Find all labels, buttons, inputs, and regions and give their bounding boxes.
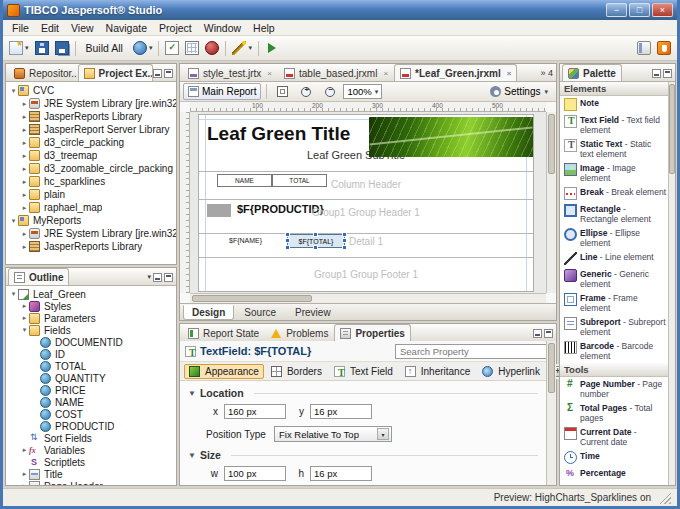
selection-handle[interactable] [285, 238, 290, 243]
subtab-hyperlink[interactable]: Hyperlink [477, 364, 545, 379]
mode-tab-preview[interactable]: Preview [286, 305, 340, 320]
tree-item[interactable]: ▸JasperReport Server Library [6, 123, 176, 136]
expand-closed-icon[interactable]: ▸ [20, 139, 29, 147]
y-input[interactable] [310, 404, 372, 419]
tree-item[interactable]: ▾Leaf_Green [6, 288, 176, 300]
subtab-text-field[interactable]: Text Field [329, 364, 398, 379]
palette-item-subreport[interactable]: Subreport - Subreport element [560, 315, 668, 339]
expand-closed-icon[interactable]: ▸ [20, 314, 29, 322]
palette-item-image[interactable]: Image - Image element [560, 161, 668, 185]
palette-item-break[interactable]: Break - Break element [560, 185, 668, 202]
editor-tab-overflow[interactable]: » 4 [540, 68, 553, 78]
leaf-image-element[interactable] [369, 117, 533, 157]
band-separator[interactable] [199, 257, 533, 258]
tree-item[interactable]: ▸Styles [6, 300, 176, 312]
expand-closed-icon[interactable]: ▸ [20, 470, 29, 478]
main-report-button[interactable]: Main Report [183, 83, 261, 100]
tree-item[interactable]: ▸d3_circle_packing [6, 136, 176, 149]
tree-item[interactable]: ▸Page Header [6, 480, 176, 485]
tab-style-test-jrtx[interactable]: style_test.jrtx× [182, 64, 278, 81]
expand-open-icon[interactable]: ▾ [9, 290, 18, 298]
palette-item-rectangle[interactable]: Rectangle - Rectangle element [560, 202, 668, 226]
palette-item-page-number[interactable]: Page Number - Page number [560, 377, 668, 401]
tree-item[interactable]: PRODUCTID [6, 420, 176, 432]
tab-palette[interactable]: Palette [562, 64, 622, 81]
scrollbar-thumb[interactable] [548, 343, 555, 393]
menu-navigate[interactable]: Navigate [100, 21, 153, 35]
scrollbar-thumb[interactable] [548, 114, 555, 174]
jaspersoft-perspective-button[interactable] [654, 38, 674, 58]
palette-item-percentage[interactable]: Percentage [560, 466, 668, 483]
close-button[interactable]: × [652, 3, 673, 17]
palette-item-frame[interactable]: Frame - Frame element [560, 291, 668, 315]
tree-item[interactable]: ▸d3_treemap [6, 149, 176, 162]
menu-edit[interactable]: Edit [35, 21, 65, 35]
new-report-wizard-button[interactable]: ▾ [6, 38, 32, 58]
resize-grip[interactable] [659, 492, 671, 504]
expand-closed-icon[interactable]: ▸ [20, 243, 29, 251]
design-canvas[interactable]: Leaf Green Title Leaf Green SubTitle NAM… [190, 112, 546, 293]
palette-section-tools[interactable]: Tools [560, 363, 668, 377]
scrollbar-thumb[interactable] [192, 295, 312, 302]
tab-properties[interactable]: Properties [334, 324, 410, 341]
close-tab-icon[interactable]: × [267, 69, 272, 78]
selection-handle[interactable] [342, 232, 347, 237]
palette-item-current-date[interactable]: Current Date - Current date [560, 425, 668, 449]
menu-file[interactable]: File [6, 21, 35, 35]
tab-project-ex[interactable]: Project Ex... [78, 64, 153, 81]
maximize-view-icon[interactable] [544, 329, 553, 338]
maximize-view-icon[interactable] [663, 69, 672, 78]
tab-outline[interactable]: Outline [8, 268, 69, 285]
band-separator[interactable] [199, 171, 533, 172]
tree-item[interactable]: ID [6, 348, 176, 360]
tree-item[interactable]: NAME [6, 396, 176, 408]
palette-item-static-text[interactable]: Static Text - Static text element [560, 137, 668, 161]
expand-open-icon[interactable]: ▾ [20, 326, 29, 334]
expand-closed-icon[interactable]: ▸ [20, 152, 29, 160]
expand-open-icon[interactable]: ▾ [9, 217, 18, 225]
selection-handle[interactable] [342, 245, 347, 250]
selection-handle[interactable] [285, 232, 290, 237]
subtab-inheritance[interactable]: Inheritance [400, 364, 475, 379]
tree-item[interactable]: ▸JRE System Library [jre.win32.wi [6, 97, 176, 110]
expand-closed-icon[interactable]: ▸ [20, 446, 29, 454]
tree-item[interactable]: TOTAL [6, 360, 176, 372]
palette-item-generic[interactable]: Generic - Generic element [560, 267, 668, 291]
tree-item[interactable]: DOCUMENTID [6, 336, 176, 348]
h-input[interactable] [310, 466, 372, 481]
tree-item[interactable]: ▸Parameters [6, 312, 176, 324]
expand-closed-icon[interactable]: ▸ [20, 178, 29, 186]
tree-item[interactable]: ▸JRE System Library [jre.win32.wi [6, 227, 176, 240]
minimize-button[interactable]: − [606, 3, 627, 17]
subtab-borders[interactable]: Borders [266, 364, 327, 379]
save-all-button[interactable] [52, 38, 72, 58]
run-button[interactable] [262, 38, 282, 58]
editor-horizontal-scrollbar[interactable] [190, 293, 546, 303]
tree-item[interactable]: ▸JasperReports Library [6, 240, 176, 253]
expand-closed-icon[interactable]: ▸ [20, 230, 29, 238]
datasource-button[interactable]: ▾ [130, 38, 156, 58]
tree-item[interactable]: ▸Title [6, 468, 176, 480]
maximize-view-icon[interactable] [164, 69, 173, 78]
subtab-appearance[interactable]: Appearance [184, 364, 264, 379]
report-page[interactable]: Leaf Green Title Leaf Green SubTitle NAM… [198, 114, 534, 292]
tab-problems[interactable]: Problems [265, 324, 334, 341]
selection-handle[interactable] [313, 245, 318, 250]
w-input[interactable] [224, 466, 286, 481]
tree-item[interactable]: ▸Variables [6, 444, 176, 456]
selection-handle[interactable] [285, 245, 290, 250]
tree-item[interactable]: ▸JasperReports Library [6, 110, 176, 123]
expand-closed-icon[interactable]: ▸ [20, 100, 29, 108]
save-button[interactable] [32, 38, 52, 58]
tree-item[interactable]: ▸raphael_map [6, 201, 176, 214]
expand-closed-icon[interactable]: ▸ [20, 482, 29, 485]
close-tab-icon[interactable]: × [507, 69, 512, 78]
section-location[interactable]: ▼ Location [188, 387, 538, 399]
palette-item-barcode[interactable]: Barcode - Barcode element [560, 339, 668, 363]
scrollbar-thumb[interactable] [669, 84, 675, 174]
tree-item[interactable]: ▾Fields [6, 324, 176, 336]
menu-help[interactable]: Help [247, 21, 281, 35]
menu-project[interactable]: Project [153, 21, 198, 35]
tree-item[interactable]: Scriptlets [6, 456, 176, 468]
menu-view[interactable]: View [65, 21, 100, 35]
